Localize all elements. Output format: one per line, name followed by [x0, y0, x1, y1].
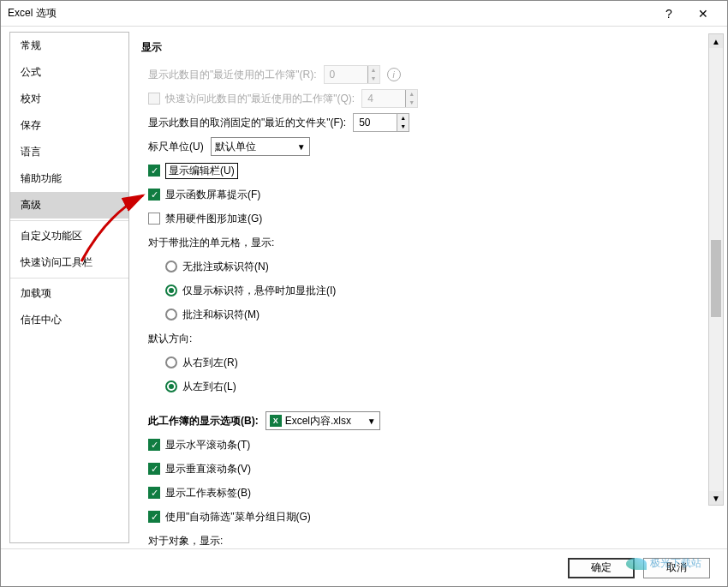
row-disable-hw-accel[interactable]: 禁用硬件图形加速(G)	[141, 209, 701, 228]
vertical-scrollbar[interactable]: ▲ ▼	[708, 33, 724, 506]
show-hscroll-checkbox[interactable]	[148, 439, 160, 451]
row-autofilter-dates[interactable]: 使用"自动筛选"菜单分组日期(G)	[141, 507, 701, 526]
scroll-down-icon[interactable]: ▼	[709, 491, 723, 505]
show-tabs-checkbox[interactable]	[148, 487, 160, 499]
row-quick-access-recent: 快速访问此数目的"最近使用的工作簿"(Q): ▲▼	[141, 89, 701, 108]
watermark: 极光下载站	[626, 556, 701, 571]
row-comment-indicator[interactable]: 仅显示标识符，悬停时加显批注(I)	[141, 281, 701, 300]
row-comment-none[interactable]: 无批注或标识符(N)	[141, 257, 701, 276]
section-display-header: 显示	[141, 40, 701, 55]
info-icon: i	[387, 68, 401, 81]
comment-both-radio[interactable]	[165, 308, 177, 320]
comment-none-radio[interactable]	[165, 261, 177, 273]
ok-button[interactable]: 确定	[568, 558, 635, 578]
row-direction-rtl[interactable]: 从右到左(R)	[141, 353, 701, 372]
ruler-value: 默认单位	[215, 140, 292, 154]
row-show-vscroll[interactable]: 显示垂直滚动条(V)	[141, 459, 701, 478]
scroll-up-icon[interactable]: ▲	[709, 34, 723, 48]
show-hscroll-label: 显示水平滚动条(T)	[165, 438, 250, 452]
comment-indicator-radio[interactable]	[165, 285, 177, 296]
direction-ltr-label: 从左到右(L)	[182, 380, 236, 394]
main-panel: 显示 显示此数目的"最近使用的工作簿"(R): ▲▼ i 快速访问此数目的"最近…	[133, 27, 727, 548]
dialog-title: Excel 选项	[8, 6, 652, 21]
chevron-down-icon: ▼	[297, 142, 306, 152]
watermark-text: 极光下载站	[650, 556, 701, 571]
ruler-label: 标尺单位(U)	[148, 140, 204, 154]
row-recent-workbooks: 显示此数目的"最近使用的工作簿"(R): ▲▼ i	[141, 65, 701, 84]
recent-workbooks-label: 显示此数目的"最近使用的工作簿"(R):	[148, 68, 317, 82]
unpinned-label: 显示此数目的取消固定的"最近的文件夹"(F):	[148, 116, 346, 130]
workbook-dropdown[interactable]: X Excel内容.xlsx ▼	[266, 411, 380, 430]
sidebar-item-trust-center[interactable]: 信任中心	[10, 307, 128, 333]
comment-both-label: 批注和标识符(M)	[182, 308, 260, 322]
chevron-down-icon: ▼	[367, 416, 376, 426]
spinner-down-icon: ▼	[405, 99, 417, 107]
objects-header: 对于对象，显示:	[141, 531, 701, 548]
quick-access-spinner: ▲▼	[361, 89, 418, 108]
ruler-dropdown[interactable]: 默认单位 ▼	[211, 137, 310, 156]
sidebar-item-advanced[interactable]: 高级	[10, 192, 128, 219]
autofilter-dates-checkbox[interactable]	[148, 511, 160, 523]
sidebar-item-accessibility[interactable]: 辅助功能	[10, 165, 128, 192]
row-direction-ltr[interactable]: 从左到右(L)	[141, 377, 701, 396]
show-func-tips-checkbox[interactable]	[148, 189, 160, 201]
workbook-file: Excel内容.xlsx	[285, 414, 362, 428]
spinner-up-icon: ▲	[405, 90, 417, 99]
direction-header: 默认方向:	[141, 329, 701, 348]
show-func-tips-label: 显示函数屏幕提示(F)	[165, 188, 260, 202]
direction-ltr-radio[interactable]	[165, 380, 177, 392]
show-vscroll-label: 显示垂直滚动条(V)	[165, 462, 251, 476]
spinner-up-icon[interactable]: ▲	[397, 114, 409, 123]
close-button[interactable]: ✕	[686, 7, 720, 21]
sidebar-item-formulas[interactable]: 公式	[10, 59, 128, 86]
scroll-thumb[interactable]	[711, 240, 721, 317]
comment-header: 对于带批注的单元格，显示:	[141, 233, 701, 252]
quick-access-label: 快速访问此数目的"最近使用的工作簿"(Q):	[165, 92, 355, 106]
watermark-logo-icon	[626, 558, 647, 570]
spinner-down-icon: ▼	[367, 75, 379, 83]
show-formula-bar-checkbox[interactable]	[148, 165, 160, 177]
direction-rtl-label: 从右到左(R)	[182, 356, 238, 370]
disable-hw-accel-checkbox[interactable]	[148, 213, 160, 225]
sidebar-divider	[10, 220, 128, 221]
show-vscroll-checkbox[interactable]	[148, 463, 160, 475]
row-comment-both[interactable]: 批注和标识符(M)	[141, 305, 701, 324]
spinner-up-icon: ▲	[367, 66, 379, 75]
show-formula-bar-label: 显示编辑栏(U)	[165, 163, 238, 179]
sidebar-item-customize-ribbon[interactable]: 自定义功能区	[10, 223, 128, 249]
quick-access-checkbox	[148, 93, 160, 105]
spinner-down-icon[interactable]: ▼	[397, 123, 409, 131]
direction-rtl-radio[interactable]	[165, 356, 177, 368]
sidebar-item-proofing[interactable]: 校对	[10, 86, 128, 112]
row-show-tabs[interactable]: 显示工作表标签(B)	[141, 483, 701, 502]
row-workbook-section: 此工作簿的显示选项(B): X Excel内容.xlsx ▼	[141, 411, 701, 430]
recent-workbooks-input	[325, 66, 367, 83]
sidebar-item-general[interactable]: 常规	[10, 33, 128, 59]
sidebar-item-language[interactable]: 语言	[10, 139, 128, 165]
sidebar: 常规 公式 校对 保存 语言 辅助功能 高级 自定义功能区 快速访问工具栏 加载…	[9, 32, 129, 543]
row-unpinned-folders: 显示此数目的取消固定的"最近的文件夹"(F): ▲▼	[141, 113, 701, 132]
comment-none-label: 无批注或标识符(N)	[182, 260, 269, 274]
show-tabs-label: 显示工作表标签(B)	[165, 486, 251, 500]
dialog-footer: 极光下载站 确定 取消	[1, 548, 727, 586]
sidebar-item-quick-access[interactable]: 快速访问工具栏	[10, 249, 128, 276]
sidebar-item-addins[interactable]: 加载项	[10, 280, 128, 307]
autofilter-dates-label: 使用"自动筛选"菜单分组日期(G)	[165, 510, 311, 524]
unpinned-input[interactable]	[354, 114, 397, 131]
sidebar-item-save[interactable]: 保存	[10, 112, 128, 139]
row-ruler-units: 标尺单位(U) 默认单位 ▼	[141, 137, 701, 156]
quick-access-input	[362, 90, 405, 107]
unpinned-spinner[interactable]: ▲▼	[353, 113, 409, 132]
sidebar-divider	[10, 278, 128, 279]
recent-workbooks-spinner: ▲▼	[324, 65, 380, 84]
row-show-hscroll[interactable]: 显示水平滚动条(T)	[141, 435, 701, 454]
disable-hw-accel-label: 禁用硬件图形加速(G)	[165, 212, 262, 226]
row-show-func-tips[interactable]: 显示函数屏幕提示(F)	[141, 185, 701, 204]
workbook-section-label: 此工作簿的显示选项(B):	[148, 414, 259, 428]
excel-file-icon: X	[270, 415, 282, 427]
row-show-formula-bar[interactable]: 显示编辑栏(U)	[141, 161, 701, 180]
titlebar: Excel 选项 ? ✕	[1, 1, 727, 27]
comment-indicator-label: 仅显示标识符，悬停时加显批注(I)	[182, 284, 336, 298]
help-button[interactable]: ?	[652, 7, 686, 21]
